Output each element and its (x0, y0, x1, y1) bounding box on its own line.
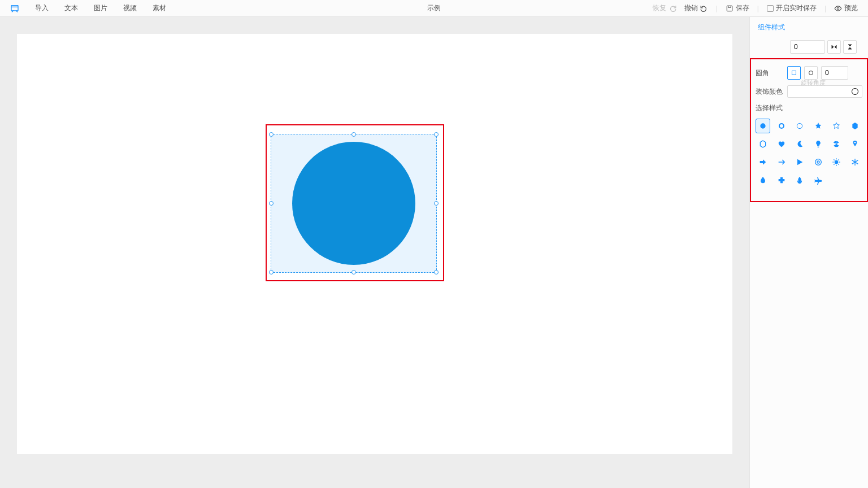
select-style-row: 选择样式 (756, 103, 862, 113)
corner-square-icon (791, 69, 797, 76)
style-circle-outline[interactable] (792, 119, 807, 133)
separator: | (716, 5, 718, 12)
flip-horizontal-button[interactable] (827, 40, 841, 54)
plane-icon (814, 176, 823, 185)
redo-button[interactable]: 恢复 (653, 3, 676, 13)
style-caret-right[interactable] (792, 155, 807, 169)
style-circle-filled[interactable] (756, 119, 770, 133)
style-grid (756, 119, 862, 188)
arrow-right-icon (777, 158, 786, 167)
undo-button[interactable]: 撤销 (684, 3, 708, 13)
flip-vertical-button[interactable] (843, 40, 857, 54)
svg-point-11 (815, 159, 821, 165)
flip-horizontal-icon (831, 43, 837, 50)
drop-icon (758, 176, 767, 185)
top-toolbar: 导入 文本 图片 视频 素材 示例 恢复 撤销 | 保存 | 开启实时保存 | … (0, 0, 868, 17)
style-lightbulb[interactable] (811, 137, 826, 151)
rotation-row: 旋转角度 (756, 40, 862, 57)
resize-handle-tl[interactable] (269, 132, 274, 137)
style-circle-bold-outline[interactable] (774, 119, 789, 133)
style-arrow-right[interactable] (774, 155, 789, 169)
hexagon-outline-icon (758, 140, 767, 149)
autosave-toggle[interactable]: 开启实时保存 (767, 3, 817, 13)
style-moon[interactable] (792, 137, 807, 151)
style-heart-filled[interactable] (774, 137, 789, 151)
decor-color-picker[interactable] (787, 85, 862, 98)
rotation-hint: 旋转角度 (801, 79, 826, 87)
corner-label: 圆角 (756, 68, 784, 78)
separator: | (824, 5, 826, 12)
rotation-input[interactable] (790, 40, 825, 54)
menu-text[interactable]: 文本 (64, 3, 78, 13)
svg-point-5 (760, 123, 765, 128)
svg-rect-1 (727, 6, 732, 11)
save-button[interactable]: 保存 (726, 3, 749, 13)
svg-line-19 (838, 164, 839, 164)
preview-button[interactable]: 预览 (834, 3, 858, 13)
style-plus[interactable] (774, 173, 789, 188)
resize-handle-bl[interactable] (269, 270, 274, 274)
caret-right-icon (795, 158, 804, 167)
style-hexagon-filled[interactable] (848, 119, 862, 133)
corner-mode-square-button[interactable] (787, 66, 801, 80)
style-target[interactable] (811, 155, 826, 169)
circle-outline-icon (795, 121, 804, 130)
menu-material[interactable]: 素材 (153, 3, 166, 13)
style-sun-gear[interactable] (829, 155, 844, 169)
menu-import[interactable]: 导入 (35, 3, 49, 13)
style-hexagon-outline[interactable] (756, 137, 770, 151)
app-logo-icon[interactable] (10, 4, 19, 13)
flip-vertical-icon (847, 43, 853, 50)
resize-handle-bm[interactable] (351, 270, 356, 274)
style-star-filled[interactable] (811, 119, 826, 133)
resize-handle-tm[interactable] (351, 132, 356, 137)
svg-line-21 (838, 159, 839, 160)
hexagon-filled-icon (850, 121, 860, 130)
resize-handle-ml[interactable] (269, 201, 274, 206)
decor-color-label: 装饰颜色 (756, 87, 784, 97)
canvas-wrap (0, 17, 749, 488)
selection-box[interactable] (271, 134, 437, 273)
svg-point-7 (797, 123, 802, 128)
menu-image[interactable]: 图片 (94, 3, 107, 13)
svg-point-6 (779, 124, 784, 128)
toolbar-right: 恢复 撤销 | 保存 | 开启实时保存 | 预览 (653, 3, 868, 13)
selected-shape-circle[interactable] (292, 142, 415, 265)
heart-filled-icon (777, 140, 786, 149)
style-fire[interactable] (792, 173, 807, 188)
circle-filled-icon (758, 121, 767, 130)
checkbox-icon[interactable] (767, 5, 774, 12)
style-radiation[interactable] (829, 137, 844, 151)
svg-point-12 (817, 161, 819, 163)
menu-video[interactable]: 视频 (123, 3, 137, 13)
style-arrow-right-filled[interactable] (756, 155, 770, 169)
color-ring-icon (852, 88, 858, 95)
style-plane[interactable] (811, 173, 826, 188)
pin-icon (850, 140, 860, 149)
svg-point-9 (836, 143, 837, 145)
corner-value-input[interactable] (821, 66, 848, 80)
style-star-outline[interactable] (829, 119, 844, 133)
svg-rect-8 (817, 147, 819, 147)
select-style-label: 选择样式 (756, 103, 783, 113)
style-pin[interactable] (848, 137, 862, 151)
fire-icon (795, 176, 804, 185)
redo-icon (669, 5, 676, 12)
toolbar-left: 导入 文本 图片 视频 素材 (0, 3, 166, 13)
style-snowflake[interactable] (848, 155, 862, 169)
resize-handle-tr[interactable] (434, 132, 439, 137)
corner-mode-round-button[interactable] (804, 66, 818, 80)
plus-icon (777, 176, 786, 185)
resize-handle-mr[interactable] (434, 201, 439, 206)
corner-round-icon (808, 69, 814, 76)
document-title: 示例 (427, 3, 441, 13)
svg-point-4 (809, 71, 813, 75)
save-icon (726, 5, 734, 12)
svg-point-13 (835, 160, 839, 164)
resize-handle-br[interactable] (434, 270, 439, 274)
eye-icon (834, 5, 842, 12)
canvas[interactable] (17, 34, 732, 454)
arrow-right-filled-icon (758, 158, 767, 167)
style-drop[interactable] (756, 173, 770, 188)
main-area: 组件样式 旋转角度 圆角 (0, 17, 868, 488)
